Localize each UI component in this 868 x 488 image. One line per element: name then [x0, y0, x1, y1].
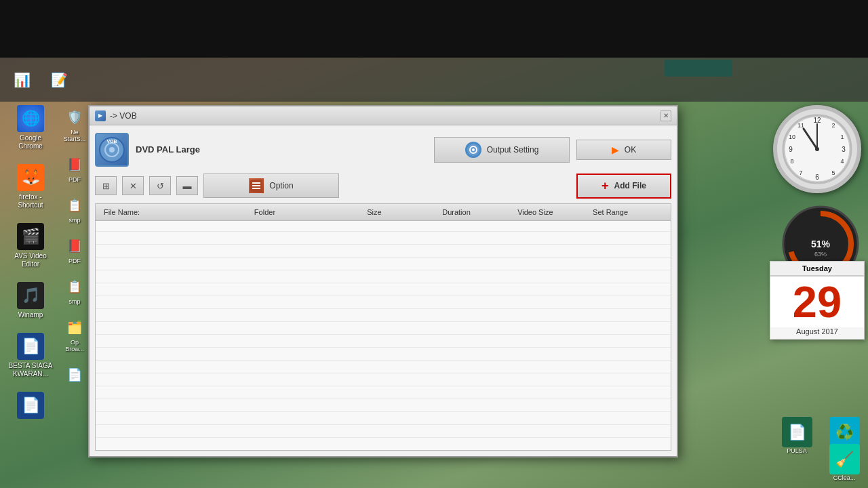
toolbar-remove-button[interactable]: ✕	[122, 176, 144, 195]
col-duration: Duration	[439, 207, 515, 218]
svg-text:8: 8	[790, 158, 793, 165]
svg-rect-29	[252, 182, 260, 184]
output-setting-label: Output Setting	[487, 145, 539, 155]
desktop-icon-winamp[interactable]: 🎵 Winamp	[7, 282, 54, 319]
table-header: File Name: Folder Size Duration Video Si…	[96, 204, 671, 221]
pulsa-label: PULSA	[787, 447, 807, 454]
col-setrange: Set Range	[590, 207, 665, 218]
taskbar-top: 📊 📝	[0, 58, 868, 102]
option-label: Option	[269, 181, 293, 190]
chrome-label: Google Chrome	[7, 134, 54, 150]
svg-text:3: 3	[842, 146, 846, 153]
desktop-icon-avs[interactable]: 🎬 AVS VideoEditor	[7, 223, 54, 268]
svg-text:4: 4	[840, 158, 844, 165]
svg-text:9: 9	[789, 146, 793, 153]
toolbar-row: ⊞ ✕ ↺ ▬ Option	[95, 172, 671, 199]
secondary-icon-doc3[interactable]: 📄	[61, 363, 88, 386]
svg-text:12: 12	[813, 117, 821, 124]
ok-play-icon: ▶	[612, 144, 619, 155]
desktop-icon-firefox[interactable]: 🦊 firefox -Shortcut	[7, 164, 54, 209]
svg-point-27	[472, 148, 475, 151]
secondary-icons: 🛡️ NeStartS... 📕 PDF 📋 smp 📕 PDF 📋 smp 🗂…	[61, 105, 88, 386]
dialog-close-button[interactable]: ✕	[660, 110, 671, 121]
calendar-widget: Tuesday 29 August 2017	[770, 261, 865, 340]
svg-text:6: 6	[815, 174, 819, 181]
format-label: DVD PAL Large	[136, 144, 427, 155]
col-folder: Folder	[252, 207, 364, 218]
dialog-window: ▶ -> VOB ✕ VOB DVD PAL Large	[88, 105, 678, 458]
output-setting-icon	[465, 142, 481, 158]
desktop-icon-doc2[interactable]: 📄	[7, 392, 54, 421]
option-button[interactable]: Option	[203, 174, 339, 198]
svg-text:VOB: VOB	[106, 139, 117, 144]
winamp-label: Winamp	[18, 311, 43, 319]
svg-point-23	[109, 147, 115, 152]
title-bar: ▶ -> VOB ✕	[90, 106, 677, 125]
secondary-icon-smp2[interactable]: 📋 smp	[61, 274, 88, 305]
firefox-label: firefox -Shortcut	[18, 193, 43, 209]
svg-rect-30	[252, 185, 260, 186]
file-table: File Name: Folder Size Duration Video Si…	[95, 203, 671, 451]
taskbar-word-icon[interactable]: 📝	[44, 63, 75, 97]
icon-pulsa[interactable]: 📄 PULSA	[776, 417, 817, 454]
secondary-icon-ne[interactable]: 🛡️ NeStartS...	[61, 105, 88, 142]
svg-rect-31	[252, 188, 260, 189]
toolbar-refresh-button[interactable]: ↺	[149, 176, 171, 195]
svg-text:2: 2	[831, 122, 835, 129]
desktop: 📊 📝 🌐 Google Chrome 🦊 firefox -Shortcut …	[0, 0, 868, 488]
taskbar-excel-icon[interactable]: 📊	[7, 63, 37, 97]
svg-point-16	[815, 147, 819, 151]
avs-label: AVS VideoEditor	[14, 252, 46, 268]
desktop-icon-chrome[interactable]: 🌐 Google Chrome	[7, 105, 54, 150]
top-bar	[0, 0, 868, 58]
toolbar-add-button[interactable]: ⊞	[95, 176, 117, 195]
option-icon	[249, 178, 264, 193]
besta-label: BESTA SIAGAKWARAN...	[9, 362, 53, 378]
add-file-label: Add File	[614, 181, 646, 190]
dialog-title: -> VOB	[110, 111, 137, 121]
desktop-icons-left: 🌐 Google Chrome 🦊 firefox -Shortcut 🎬 AV…	[7, 105, 54, 421]
col-filename: File Name:	[101, 207, 252, 218]
svg-text:51%: 51%	[811, 239, 831, 249]
svg-text:10: 10	[789, 134, 795, 140]
output-setting-button[interactable]: Output Setting	[434, 137, 570, 163]
secondary-icon-smp1[interactable]: 📋 smp	[61, 193, 88, 224]
dialog-content: VOB DVD PAL Large Output Setting	[90, 125, 677, 456]
clock-widget: 12 3 6 9 2 1 4 5 7 8 10 11	[773, 105, 861, 193]
svg-text:5: 5	[831, 169, 835, 176]
svg-text:11: 11	[797, 122, 804, 129]
svg-text:7: 7	[799, 169, 802, 176]
secondary-icon-pdf2[interactable]: 📕 PDF	[61, 234, 88, 264]
table-body	[96, 221, 671, 450]
dialog-app-icon: ▶	[95, 110, 106, 121]
svg-text:63%: 63%	[814, 251, 827, 258]
icon-ccleaner[interactable]: 🧹 CClea...	[824, 444, 865, 481]
col-videosize: Video Size	[515, 207, 590, 218]
secondary-icon-pdf1[interactable]: 📕 PDF	[61, 152, 88, 183]
add-file-button[interactable]: + Add File	[576, 174, 671, 199]
secondary-icon-op[interactable]: 🗂️ OpBrow...	[61, 315, 88, 352]
format-icon: VOB	[95, 133, 129, 167]
add-file-plus-icon: +	[601, 179, 609, 193]
dialog-top-row: VOB DVD PAL Large Output Setting	[95, 131, 671, 168]
calendar-day-number: 29	[770, 277, 864, 327]
desktop-icon-besta[interactable]: 📄 BESTA SIAGAKWARAN...	[7, 333, 54, 378]
ccleaner-label: CClea...	[833, 474, 856, 481]
ok-label: OK	[625, 145, 636, 155]
calendar-day-name: Tuesday	[770, 262, 864, 277]
svg-text:1: 1	[840, 134, 844, 140]
calendar-month-year: August 2017	[770, 327, 864, 339]
toolbar-minimize-button[interactable]: ▬	[176, 176, 198, 195]
ok-button[interactable]: ▶ OK	[576, 140, 671, 160]
col-size: Size	[364, 207, 439, 218]
